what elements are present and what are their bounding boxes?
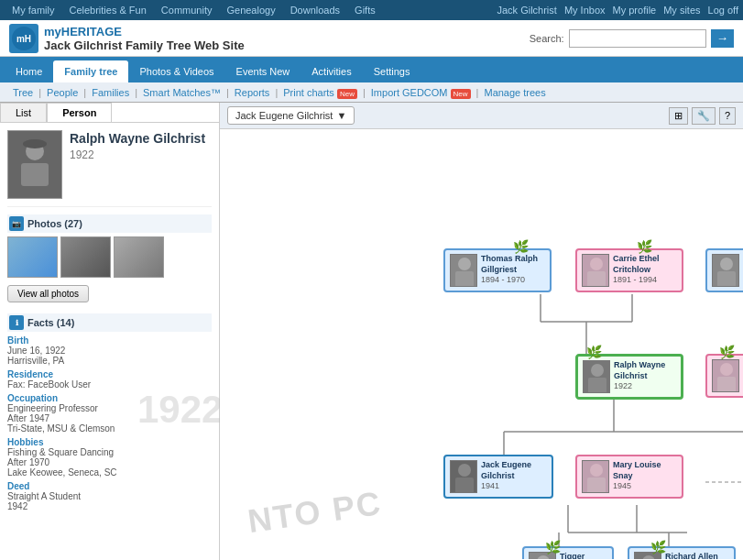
fact-hobbies-label[interactable]: Hobbies: [7, 437, 212, 447]
card-photo-ralph: [583, 360, 610, 393]
svg-text:mH: mH: [16, 34, 31, 44]
tab-activities[interactable]: Activities: [300, 60, 362, 82]
photo-thumb-1[interactable]: [7, 236, 58, 278]
card-photo-jack: [450, 460, 477, 493]
tab-photos-videos[interactable]: Photos & Videos: [128, 60, 224, 82]
subnav-import-gedcom[interactable]: Import GEDCOM New: [366, 87, 476, 98]
subnav-manage-trees[interactable]: Manage trees: [478, 87, 551, 98]
photo-thumb-3[interactable]: [114, 236, 164, 278]
card-name-carrie: Carrie EthelCritchlow: [613, 254, 660, 275]
logo-text: myHERITAGE Jack Gilchrist Family Tree We…: [44, 25, 245, 52]
subnav-tree[interactable]: Tree: [7, 87, 38, 98]
card-years-jack: 1941: [481, 481, 531, 492]
svg-point-35: [590, 258, 603, 270]
top-nav-logoff[interactable]: Log off: [708, 5, 738, 16]
tab-events[interactable]: Events New: [225, 60, 301, 82]
leaf-icon-thomas: 🌿: [513, 239, 529, 254]
fact-birth-value: June 16, 1922Harrisville, PA: [7, 346, 212, 366]
leaf-icon-richard: 🌿: [650, 540, 666, 555]
tree-person-label: Jack Eugene Gilchrist: [235, 110, 333, 121]
card-years-mary: 1945: [613, 481, 661, 492]
card-info-mary: Mary LouiseSnay 1945: [613, 460, 661, 492]
svg-rect-48: [717, 377, 736, 392]
subnav-reports[interactable]: Reports: [229, 87, 276, 98]
facts-list: Birth June 16, 1922Harrisville, PA Resid…: [7, 335, 212, 511]
top-nav-username[interactable]: Jack Gilchrist: [497, 5, 556, 16]
top-nav-mysites[interactable]: My sites: [663, 5, 700, 16]
card-joseph[interactable]: Joseph OmarBrock 1902 - 1989: [705, 248, 743, 292]
search-label: Search:: [530, 33, 564, 44]
card-carrie[interactable]: Carrie EthelCritchlow 1891 - 1994: [575, 248, 683, 292]
tab-family-tree[interactable]: Family tree: [53, 60, 128, 82]
card-name-ralph: Ralph WayneGilchrist: [614, 360, 665, 381]
subnav-print-charts[interactable]: Print charts New: [278, 87, 363, 98]
card-name-mary: Mary LouiseSnay: [613, 460, 661, 481]
card-richard[interactable]: Richard AllenLoweke 1963: [628, 546, 736, 559]
photo-thumb-2[interactable]: [60, 236, 111, 278]
card-name-tigger: TiggerGilchrist: [560, 552, 594, 559]
card-ralph[interactable]: Ralph WayneGilchrist 1922: [575, 354, 683, 400]
leaf-icon-virginia: 🌿: [719, 345, 735, 359]
search-area: Search: →: [530, 29, 734, 48]
watermark: NTO PC: [246, 484, 385, 541]
fact-residence: Residence Fax: FaceBook User: [7, 369, 212, 390]
top-nav-inbox[interactable]: My Inbox: [564, 5, 606, 16]
card-info-ralph: Ralph WayneGilchrist 1922: [614, 360, 665, 392]
fact-hobbies: Hobbies Fishing & Square DancingAfter 19…: [7, 437, 212, 478]
person-header: Ralph Wayne Gilchrist 1922: [7, 130, 212, 199]
card-info-richard: Richard AllenLoweke 1963: [665, 552, 718, 559]
tab-settings[interactable]: Settings: [363, 60, 421, 82]
top-nav-item-downloads[interactable]: Downloads: [283, 5, 347, 16]
fact-residence-value: Fax: FaceBook User: [7, 379, 212, 390]
card-thomas[interactable]: Thomas RalphGillgriest 1894 - 1970: [443, 248, 552, 292]
card-photo-thomas: [450, 254, 477, 287]
tab-list[interactable]: List: [0, 103, 47, 122]
card-info-thomas: Thomas RalphGillgriest 1894 - 1970: [481, 254, 538, 286]
tree-panel: Jack Eugene Gilchrist ▼ ⊞ 🔧 ?: [220, 103, 743, 560]
view-all-photos-button[interactable]: View all photos: [7, 285, 89, 302]
fact-residence-label[interactable]: Residence: [7, 369, 212, 379]
tree-toolbar: ⊞ 🔧 ?: [669, 107, 736, 125]
search-input[interactable]: [569, 29, 706, 48]
top-nav-item-community[interactable]: Community: [154, 5, 220, 16]
logo-bar: mH myHERITAGE Jack Gilchrist Family Tree…: [0, 20, 743, 57]
card-mary[interactable]: Mary LouiseSnay 1945: [575, 455, 683, 499]
top-nav-profile[interactable]: My profile: [613, 5, 657, 16]
svg-point-44: [591, 364, 604, 377]
sub-navigation: Tree | People | Families | Smart Matches…: [0, 82, 743, 103]
tree-canvas: 🌿 🌿 🌿 🌿 🌿 🌿 🌿 🌿 🌿 Thomas RalphGillgriest…: [220, 129, 743, 559]
svg-rect-39: [717, 271, 736, 287]
tab-home[interactable]: Home: [5, 60, 53, 82]
person-photo-img: [8, 131, 61, 198]
subnav-smart-matches[interactable]: Smart Matches™: [137, 87, 226, 98]
card-tigger[interactable]: TiggerGilchrist: [522, 546, 614, 559]
card-years-ralph: 1922: [614, 381, 665, 392]
subnav-families[interactable]: Families: [86, 87, 135, 98]
tree-settings-button[interactable]: 🔧: [692, 107, 716, 125]
top-nav-item-gifts[interactable]: Gifts: [347, 5, 383, 16]
tree-current-person[interactable]: Jack Eugene Gilchrist ▼: [227, 106, 355, 125]
fact-deed-value: Straight A Student1942: [7, 491, 212, 511]
tree-help-button[interactable]: ?: [719, 107, 736, 125]
top-nav-item-celebrities[interactable]: Celebrities & Fun: [61, 5, 153, 16]
top-navigation: My family Celebrities & Fun Community Ge…: [0, 0, 743, 20]
svg-point-32: [458, 258, 471, 270]
card-info-tigger: TiggerGilchrist: [560, 552, 594, 559]
card-jack[interactable]: Jack EugeneGilchrist 1941: [443, 455, 553, 499]
fact-occupation-label[interactable]: Occupation: [7, 393, 212, 403]
person-name-area: Ralph Wayne Gilchrist 1922: [70, 130, 205, 161]
tree-grid-button[interactable]: ⊞: [669, 107, 688, 125]
svg-rect-4: [21, 163, 49, 186]
fact-birth-label[interactable]: Birth: [7, 335, 212, 346]
fact-hobbies-value: Fishing & Square DancingAfter 1970Lake K…: [7, 447, 212, 478]
top-nav-item-genealogy[interactable]: Genealogy: [219, 5, 282, 16]
fact-deed-label[interactable]: Deed: [7, 481, 212, 491]
top-nav-item-myfamily[interactable]: My family: [5, 5, 61, 16]
card-virginia[interactable]: Virginia JeanBrock 1924 - 1998: [705, 354, 743, 398]
svg-point-50: [458, 464, 471, 477]
search-button[interactable]: →: [711, 29, 734, 48]
subnav-people[interactable]: People: [41, 87, 83, 98]
tab-person[interactable]: Person: [47, 103, 112, 122]
fact-deed: Deed Straight A Student1942: [7, 481, 212, 511]
leaf-icon-tigger: 🌿: [545, 540, 561, 555]
